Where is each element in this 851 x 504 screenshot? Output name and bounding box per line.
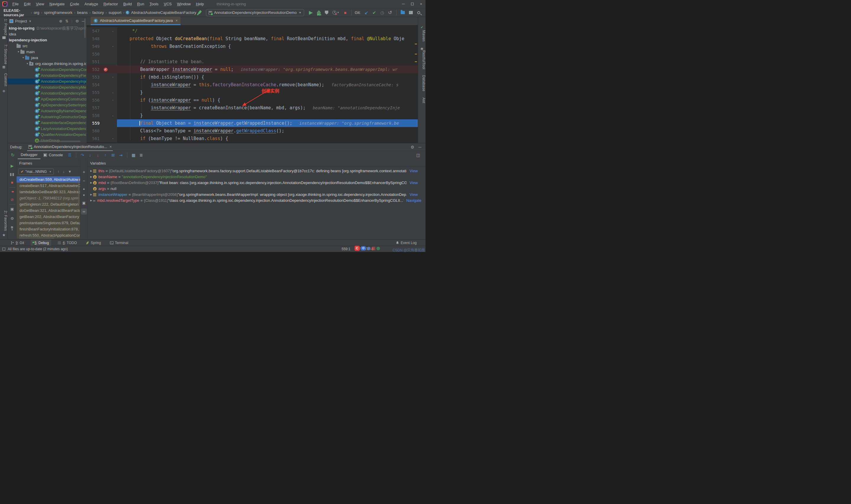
variable-row-this[interactable]: ▶this={DefaultListableBeanFactory@1607} … <box>88 168 426 174</box>
build-hammer-icon[interactable] <box>197 10 202 15</box>
run-to-cursor-icon[interactable]: ⇥ <box>117 151 125 159</box>
settings-sliders-icon[interactable]: ≣ <box>138 151 145 159</box>
frame-up-icon[interactable]: ↑ <box>57 169 59 174</box>
code-line-547[interactable]: 547▴ */ <box>87 27 418 35</box>
frame-row[interactable]: doCreateBean:559, AbstractAutowir <box>17 176 80 183</box>
menu-item-edit[interactable]: Edit <box>21 2 33 6</box>
filter-icon[interactable]: ▼ <box>68 169 72 174</box>
code-line-557[interactable]: 557 instanceWrapper = createBeanInstance… <box>87 104 418 112</box>
run-button[interactable]: ▶ <box>308 9 314 16</box>
menu-item-build[interactable]: Build <box>121 2 134 6</box>
breakpoint-column[interactable] <box>101 50 110 58</box>
tree-item-king-in-spring[interactable]: king-in-springD:\worksprace\极客学习\spring <box>8 25 86 31</box>
mute-breakpoints-icon[interactable]: ⊘ <box>8 197 17 202</box>
chevron-down-icon[interactable]: ▼ <box>25 61 29 67</box>
menu-item-help[interactable]: Help <box>193 2 206 6</box>
menu-item-analyze[interactable]: Analyze <box>82 2 101 6</box>
fold-icon[interactable]: ▴ <box>110 112 116 119</box>
breakpoint-column[interactable] <box>101 119 110 127</box>
git-commit-button[interactable]: ✔ <box>371 9 378 16</box>
frame-row[interactable]: doGetBean:321, AbstractBeanFactor <box>17 208 80 214</box>
code-line-559[interactable]: 559 final Object bean = instanceWrapper.… <box>87 119 418 127</box>
structure-grid-icon[interactable]: ▦ <box>0 65 8 69</box>
tree-item-autowiringbynamedependencys[interactable]: CAutowiringByNameDependencyS <box>8 108 86 114</box>
sidebar-item-structure[interactable]: 7: Structure <box>0 44 8 65</box>
git-rollback-button[interactable]: ↺ <box>387 9 394 16</box>
thread-select[interactable]: ✔ "mai...NNING ▼ <box>18 168 54 175</box>
fold-icon[interactable]: ▴ <box>110 89 116 96</box>
add-watch-icon[interactable]: + <box>80 169 88 174</box>
tool-window-button-terminal[interactable]: Terminal <box>108 239 131 246</box>
code-line-558[interactable]: 558▴ } <box>87 112 418 119</box>
caret-position[interactable]: 559:1 <box>342 246 350 252</box>
line-number[interactable]: 557 <box>87 104 101 112</box>
breadcrumb-item[interactable]: org <box>33 10 40 15</box>
variable-row-instancewrapper[interactable]: ▶instanceWrapper={BeanWrapperImpl@2056} … <box>88 192 426 198</box>
project-horizontal-scrollbar[interactable] <box>36 141 80 142</box>
debug-button[interactable] <box>315 9 322 16</box>
menu-item-navigate[interactable]: Navigate <box>47 2 67 6</box>
remove-watch-icon[interactable]: − <box>80 178 88 183</box>
variable-row-beanname[interactable]: ▶pbeanName="annotationDependencyInjectio… <box>88 174 426 180</box>
evaluate-expression-icon[interactable]: ▦ <box>130 151 138 159</box>
code-line-551[interactable]: 551 // Instantiate the bean. <box>87 58 418 66</box>
view-breakpoints-icon[interactable]: ●● <box>8 190 17 193</box>
link-view[interactable]: View <box>406 192 418 198</box>
copy-icon[interactable]: ▣ <box>80 201 88 205</box>
sidebar-item-favorites[interactable]: 2: Favorites <box>0 211 8 231</box>
step-into-icon[interactable]: ↓ <box>86 151 94 159</box>
event-log-button[interactable]: Event Log <box>401 241 417 245</box>
line-number[interactable]: 554 <box>87 81 101 89</box>
line-number[interactable]: 561 <box>87 135 101 142</box>
breakpoint-column[interactable] <box>101 135 110 142</box>
sidebar-item-project[interactable]: 1: Project <box>0 19 8 35</box>
force-step-into-icon[interactable]: ↓ <box>94 151 102 159</box>
show-watches-icon[interactable]: ∞ <box>81 209 87 215</box>
tool-window-button-5-debug[interactable]: 5: Debug <box>31 239 51 246</box>
menu-item-file[interactable]: File <box>10 2 21 6</box>
line-number[interactable]: 555 <box>87 89 101 96</box>
breadcrumb-item[interactable]: support <box>108 10 122 15</box>
line-number[interactable]: 553 <box>87 73 101 81</box>
editor-tab[interactable]: C AbstractAutowireCapableBeanFactory.jav… <box>91 17 181 25</box>
frame-down-icon[interactable]: ↓ <box>62 169 65 174</box>
move-down-icon[interactable]: ▼ <box>80 194 88 197</box>
tree-item-apidependencyconstructorinjec[interactable]: CApiDependencyConstructorInjec <box>8 96 86 102</box>
run-configuration-select[interactable]: AnnotationDependencyInjectionResolutionD… <box>206 9 304 16</box>
breakpoint-column[interactable] <box>101 104 110 112</box>
menu-item-tools[interactable]: Tools <box>147 2 161 6</box>
debug-session-tab[interactable]: AnnotationDependencyInjectionResolutio..… <box>27 143 113 151</box>
search-everywhere-button[interactable] <box>415 9 422 16</box>
star-icon[interactable]: ★ <box>0 233 8 237</box>
menu-item-vcs[interactable]: VCS <box>161 2 174 6</box>
tree-item-autowiringconstructordepender[interactable]: CAutowiringConstructorDepender <box>8 114 86 120</box>
code-line-554[interactable]: 554 instanceWrapper = this.factoryBeanIn… <box>87 81 418 89</box>
resume-icon[interactable]: ▶ <box>8 164 17 168</box>
line-number[interactable]: 558 <box>87 112 101 119</box>
gear-icon[interactable]: ⚙ <box>411 145 415 149</box>
frame-row[interactable]: lambda$doGetBean$0:323, Abstract <box>17 189 80 195</box>
menu-item-code[interactable]: Code <box>67 2 82 6</box>
close-button[interactable]: × <box>417 0 426 8</box>
code-line-561[interactable]: 561▾ if (beanType != NullBean.class) { <box>87 135 418 142</box>
tool-window-button-6-todo[interactable]: 6: TODO <box>55 239 79 246</box>
project-vertical-scrollbar[interactable] <box>84 18 86 38</box>
tree-item-annotationdependencymethodi[interactable]: CAnnotationDependencyMethodI <box>8 85 86 90</box>
step-out-icon[interactable]: ↑ <box>102 151 109 159</box>
restore-layout-icon[interactable]: ◫ <box>414 151 422 159</box>
sidebar-item-restfultool[interactable]: RestfulTool <box>418 50 426 69</box>
tree-item-main[interactable]: ▼main <box>8 49 86 55</box>
tree-item-annotationdependencyfieldinje[interactable]: CAnnotationDependencyFieldInje <box>8 73 86 78</box>
breakpoint-column[interactable] <box>101 42 110 50</box>
line-number[interactable]: 556 <box>87 96 101 104</box>
drop-frame-icon[interactable]: ⊠ <box>109 151 117 159</box>
breadcrumb-item[interactable]: AbstractAutowireCapableBeanFactory <box>131 10 197 15</box>
toggle-margins-icon[interactable] <box>2 248 5 251</box>
code-line-555[interactable]: 555▴ } <box>87 89 418 96</box>
line-number[interactable]: 549 <box>87 42 101 50</box>
coverage-button[interactable] <box>323 9 330 16</box>
breakpoint-column[interactable] <box>101 89 110 96</box>
tab-console[interactable]: ▶Console <box>40 151 66 159</box>
breakpoint-column[interactable] <box>101 112 110 119</box>
frame-row[interactable]: getObject:-1, 758348212 (org.sprin <box>17 195 80 201</box>
